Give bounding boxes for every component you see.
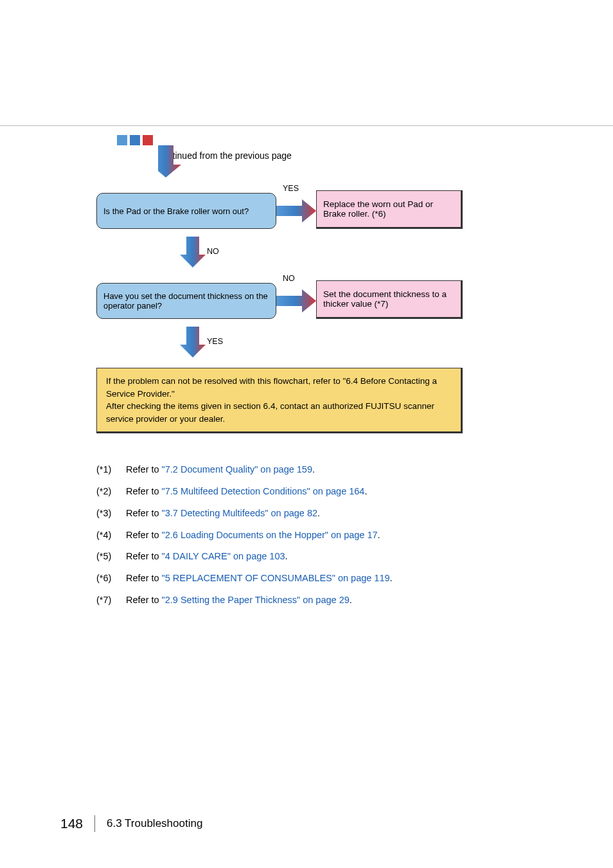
text-part: Refer to bbox=[126, 595, 162, 605]
action-text: Replace the worn out Pad or Brake roller… bbox=[323, 199, 454, 219]
footnote-text: Refer to "5 REPLACEMENT OF CONSUMABLES" … bbox=[126, 572, 393, 586]
square-icon bbox=[130, 135, 140, 145]
link-ref[interactable]: "2.6 Loading Documents on the Hopper" on… bbox=[162, 530, 378, 540]
no-label: NO bbox=[283, 274, 295, 283]
footnote-text: Refer to "3.7 Detecting Multifeeds" on p… bbox=[126, 507, 320, 521]
text-part: . bbox=[390, 573, 393, 583]
text-part: . bbox=[312, 464, 315, 475]
right-arrow-icon bbox=[276, 198, 316, 224]
footnote-text: Refer to "7.5 Multifeed Detection Condit… bbox=[126, 485, 367, 499]
text-part: . bbox=[378, 530, 380, 540]
decision-box-pad-roller: Is the Pad or the Brake roller worn out? bbox=[96, 193, 276, 229]
footnote-row: (*7) Refer to "2.9 Setting the Paper Thi… bbox=[96, 593, 533, 608]
link-ref[interactable]: "4 DAILY CARE" on page 103 bbox=[162, 551, 285, 561]
footnotes: (*1) Refer to "7.2 Document Quality" on … bbox=[96, 463, 533, 607]
action-text: Set the document thickness to a thicker … bbox=[323, 289, 454, 309]
horizontal-rule bbox=[0, 125, 613, 126]
page-footer: 148 6.3 Troubleshooting bbox=[60, 815, 202, 832]
final-text: If the problem can not be resolved with … bbox=[106, 376, 437, 424]
text-part: Refer to bbox=[126, 551, 162, 561]
decision-text: Is the Pad or the Brake roller worn out? bbox=[103, 206, 249, 216]
square-icon bbox=[155, 135, 166, 145]
footnote-num: (*4) bbox=[96, 529, 126, 543]
footnote-num: (*6) bbox=[96, 572, 126, 586]
action-box-set-thickness: Set the document thickness to a thicker … bbox=[316, 280, 463, 319]
section-title: 6.3 Troubleshooting bbox=[107, 817, 202, 830]
footnote-row: (*1) Refer to "7.2 Document Quality" on … bbox=[96, 463, 533, 477]
footnote-text: Refer to "4 DAILY CARE" on page 103. bbox=[126, 550, 288, 564]
text-part: Refer to bbox=[126, 530, 162, 540]
footnote-row: (*3) Refer to "3.7 Detecting Multifeeds"… bbox=[96, 507, 533, 521]
text-part: . bbox=[317, 508, 320, 518]
footnote-text: Refer to "7.2 Document Quality" on page … bbox=[126, 463, 315, 477]
down-arrow-icon bbox=[180, 327, 206, 359]
right-arrow-icon bbox=[276, 288, 316, 314]
final-instruction-box: If the problem can not be resolved with … bbox=[96, 368, 463, 433]
footnote-text: Refer to "2.6 Loading Documents on the H… bbox=[126, 529, 380, 543]
text-part: Refer to bbox=[126, 486, 162, 496]
text-part: Have you set the document thickness bbox=[103, 291, 245, 301]
down-arrow-icon bbox=[158, 145, 197, 177]
yes-label: YES bbox=[283, 184, 299, 193]
no-label: NO bbox=[207, 247, 219, 256]
text-part: Refer to bbox=[126, 508, 162, 518]
footnote-row: (*2) Refer to "7.5 Multifeed Detection C… bbox=[96, 485, 533, 499]
footnote-row: (*4) Refer to "2.6 Loading Documents on … bbox=[96, 529, 533, 543]
text-part: on bbox=[245, 291, 254, 301]
action-box-replace-roller: Replace the worn out Pad or Brake roller… bbox=[316, 190, 463, 229]
footnote-num: (*5) bbox=[96, 550, 126, 564]
page-content: continued from the previous page YES Is … bbox=[96, 135, 533, 615]
decision-text: Have you set the document thickness on t… bbox=[103, 291, 269, 311]
footnote-num: (*7) bbox=[96, 593, 126, 608]
text-part: . bbox=[364, 486, 367, 496]
decision-box-thickness: Have you set the document thickness on t… bbox=[96, 283, 276, 319]
footnote-row: (*5) Refer to "4 DAILY CARE" on page 103… bbox=[96, 550, 533, 564]
square-icon bbox=[117, 135, 127, 145]
yes-label: YES bbox=[207, 337, 223, 346]
footnote-num: (*3) bbox=[96, 507, 126, 521]
footnote-row: (*6) Refer to "5 REPLACEMENT OF CONSUMAB… bbox=[96, 572, 533, 586]
divider bbox=[94, 815, 95, 832]
text-part: . bbox=[285, 551, 288, 561]
continued-label: continued from the previous page bbox=[158, 150, 533, 161]
decorative-squares bbox=[117, 135, 166, 145]
footnote-text: Refer to "2.9 Setting the Paper Thicknes… bbox=[126, 593, 352, 608]
link-ref[interactable]: "3.7 Detecting Multifeeds" on page 82 bbox=[162, 508, 317, 518]
square-icon bbox=[143, 135, 153, 145]
text-part: Refer to bbox=[126, 464, 162, 475]
text-part: Refer to bbox=[126, 573, 162, 583]
link-ref[interactable]: "7.2 Document Quality" on page 159 bbox=[162, 464, 312, 475]
page-number: 148 bbox=[60, 816, 83, 831]
footnote-num: (*2) bbox=[96, 485, 126, 499]
link-ref[interactable]: "5 REPLACEMENT OF CONSUMABLES" on page 1… bbox=[162, 573, 390, 583]
down-arrow-icon bbox=[180, 237, 206, 269]
link-ref[interactable]: "7.5 Multifeed Detection Conditions" on … bbox=[162, 486, 365, 496]
link-ref[interactable]: "2.9 Setting the Paper Thickness" on pag… bbox=[162, 595, 350, 605]
text-part: . bbox=[350, 595, 352, 605]
footnote-num: (*1) bbox=[96, 463, 126, 477]
